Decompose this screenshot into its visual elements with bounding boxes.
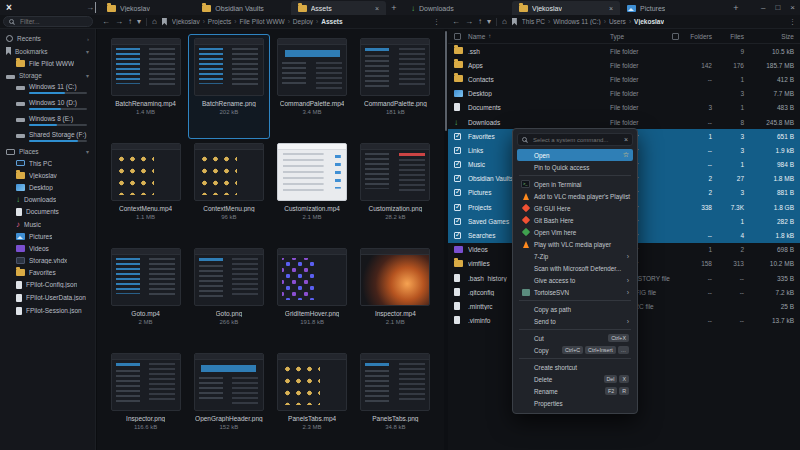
breadcrumb-item[interactable]: File Pilot WWW — [240, 18, 285, 25]
home-icon[interactable]: ⌂ — [152, 15, 157, 28]
close-tab-icon[interactable]: × — [375, 5, 379, 12]
column-header-name[interactable]: Name↑ — [468, 33, 610, 40]
pane-options-icon[interactable]: ⋮ — [789, 18, 796, 26]
history-dropdown[interactable]: ▾ — [487, 15, 491, 28]
sidebar-item-pictures[interactable]: Pictures — [0, 230, 95, 242]
tab-right-pictures[interactable]: Pictures — [620, 1, 728, 15]
breadcrumb-item[interactable]: Windows 11 (C:) — [553, 18, 601, 25]
sidebar-item-this-pc[interactable]: This PC — [0, 157, 95, 169]
grid-item[interactable]: ContextMenu.mp41.1 MB — [105, 139, 186, 244]
back-button[interactable]: ← — [452, 15, 460, 28]
menu-item-add-to-vlc-media-player-s-playlist[interactable]: Add to VLC media player's Playlist — [517, 190, 633, 202]
sidebar-item-music[interactable]: ♪Music — [0, 218, 95, 230]
breadcrumb-item[interactable]: Assets — [321, 18, 342, 25]
row-checkbox-checked[interactable] — [454, 189, 461, 196]
close-button[interactable]: × — [790, 3, 795, 12]
grid-item[interactable]: OpenGraphHeader.png152 kB — [188, 349, 269, 450]
command-search-input[interactable] — [531, 136, 620, 144]
menu-item-create-shortcut[interactable]: Create shortcut — [517, 361, 633, 373]
grid-item[interactable]: GridItemHover.png191.8 kB — [272, 244, 353, 349]
sidebar-item-file-pilot-www[interactable]: File Pilot WWW — [0, 57, 95, 69]
sidebar-item-downloads[interactable]: ↓Downloads — [0, 193, 95, 205]
table-row[interactable]: DesktopFile folder37.7 MB — [448, 87, 800, 101]
sidebar-filter[interactable] — [3, 16, 93, 27]
sidebar-item-shared-storage-f-[interactable]: Shared Storage (F:) — [0, 129, 95, 145]
sidebar-item-fpilot-userdata-json[interactable]: FPilot-UserData.json — [0, 291, 95, 304]
grid-item[interactable]: BatchRenaming.mp41.4 MB — [105, 34, 186, 139]
tab-right-downloads[interactable]: ↓Downloads — [404, 1, 512, 15]
sidebar-item-windows-10-d-[interactable]: Windows 10 (D:) — [0, 97, 95, 113]
menu-item-7-zip[interactable]: 7-Zip› — [517, 250, 633, 262]
sidebar-item-favorites[interactable]: Favorites — [0, 266, 95, 278]
home-icon[interactable]: ⌂ — [502, 15, 507, 28]
scrollbar-thumb[interactable] — [445, 31, 447, 131]
close-icon[interactable]: × — [624, 136, 628, 143]
menu-item-give-access-to[interactable]: Give access to› — [517, 274, 633, 286]
breadcrumb-item[interactable]: Vjekoslav — [634, 18, 664, 25]
bookmark-icon[interactable] — [512, 18, 517, 26]
breadcrumb-item[interactable]: Users — [609, 18, 626, 25]
menu-item-tortoisesvn[interactable]: TortoiseSVN› — [517, 286, 633, 298]
breadcrumb-item[interactable]: Projects — [208, 18, 231, 25]
menu-item-git-gui-here[interactable]: Git GUI Here — [517, 202, 633, 214]
close-tab-icon[interactable]: × — [609, 5, 613, 12]
maximize-button[interactable]: □ — [775, 3, 780, 12]
back-button[interactable]: ← — [102, 15, 110, 28]
history-dropdown[interactable]: ▾ — [137, 15, 141, 28]
menu-item-copy-as-path[interactable]: Copy as path — [517, 303, 633, 315]
menu-item-open[interactable]: Open☆ — [517, 149, 633, 161]
sidebar-item-storage-vhdx[interactable]: Storage.vhdx — [0, 254, 95, 266]
menu-item-properties[interactable]: Properties — [517, 397, 633, 409]
sidebar-item-vjekoslav[interactable]: Vjekoslav — [0, 169, 95, 181]
row-checkbox-checked[interactable] — [454, 133, 461, 140]
table-row[interactable]: AppsFile folder142176185.7 MB — [448, 58, 800, 72]
sidebar-item-fpilot-session-json[interactable]: FPilot-Session.json — [0, 304, 95, 317]
grid-item[interactable]: ContextMenu.png96 kB — [188, 139, 269, 244]
row-checkbox-checked[interactable] — [454, 147, 461, 154]
sidebar-section-places[interactable]: Places▾ — [0, 145, 95, 157]
grid-item[interactable]: PanelsTabs.mp42.3 MB — [272, 349, 353, 450]
column-header-folders[interactable]: Folders — [684, 33, 712, 40]
sidebar-item-documents[interactable]: Documents — [0, 205, 95, 218]
forward-button[interactable]: → — [465, 15, 473, 28]
row-checkbox-checked[interactable] — [454, 161, 461, 168]
menu-item-rename[interactable]: RenameF2R — [517, 385, 633, 397]
tab-right-vjekoslav[interactable]: Vjekoslav× — [512, 1, 620, 15]
breadcrumb-item[interactable]: Deploy — [293, 18, 313, 25]
tab-left-vjekoslav[interactable]: Vjekoslav — [100, 1, 195, 15]
sidebar-section-recents[interactable]: Recents› — [0, 32, 95, 44]
grid-item[interactable]: Customization.mp42.1 MB — [272, 139, 353, 244]
grid-item[interactable]: BatchRename.png202 kB — [188, 34, 269, 139]
menu-item-copy[interactable]: CopyCtrl+CCtrl+Insert… — [517, 344, 633, 356]
sidebar-item-desktop[interactable]: Desktop — [0, 181, 95, 193]
up-button[interactable]: ↑ — [478, 15, 482, 28]
column-header-files[interactable]: Files — [712, 33, 744, 40]
sidebar-filter-input[interactable] — [18, 17, 87, 26]
new-tab-button[interactable]: + — [386, 1, 402, 15]
menu-item-scan-with-microsoft-defender-[interactable]: Scan with Microsoft Defender... — [517, 262, 633, 274]
menu-item-send-to[interactable]: Send to› — [517, 315, 633, 327]
grid-item[interactable]: Inspector.png116.6 kB — [105, 349, 186, 450]
new-tab-button[interactable]: + — [728, 1, 744, 15]
grid-item[interactable]: Customization.png28.2 kB — [355, 139, 436, 244]
bookmark-icon[interactable] — [162, 18, 167, 26]
grid-item[interactable]: CommandPalette.mp43.4 MB — [272, 34, 353, 139]
row-checkbox-checked[interactable] — [454, 232, 461, 239]
sidebar-item-windows-8-e-[interactable]: Windows 8 (E:) — [0, 113, 95, 129]
column-header-size[interactable]: Size — [744, 33, 794, 40]
grid-item[interactable]: Inspector.mp42.1 MB — [355, 244, 436, 349]
forward-button[interactable]: → — [115, 15, 123, 28]
tab-left-obsidian-vaults[interactable]: Obsidian Vaults — [195, 1, 290, 15]
grid-item[interactable]: Goto.png266 kB — [188, 244, 269, 349]
menu-item-delete[interactable]: DeleteDelX — [517, 373, 633, 385]
grid-item[interactable]: Goto.mp42 MB — [105, 244, 186, 349]
menu-item-open-vim-here[interactable]: Open Vim here — [517, 226, 633, 238]
grid-item[interactable]: PanelsTabs.png34.8 kB — [355, 349, 436, 450]
sidebar-item-fpilot-config-json[interactable]: FPilot-Config.json — [0, 278, 95, 291]
up-button[interactable]: ↑ — [128, 15, 132, 28]
menu-item-open-in-terminal[interactable]: Open in Terminal — [517, 178, 633, 190]
row-checkbox-checked[interactable] — [454, 204, 461, 211]
breadcrumb-item[interactable]: Vjekoslav — [172, 18, 200, 25]
menu-item-play-with-vlc-media-player[interactable]: Play with VLC media player — [517, 238, 633, 250]
menu-item-pin-to-quick-access[interactable]: Pin to Quick access — [517, 161, 633, 173]
